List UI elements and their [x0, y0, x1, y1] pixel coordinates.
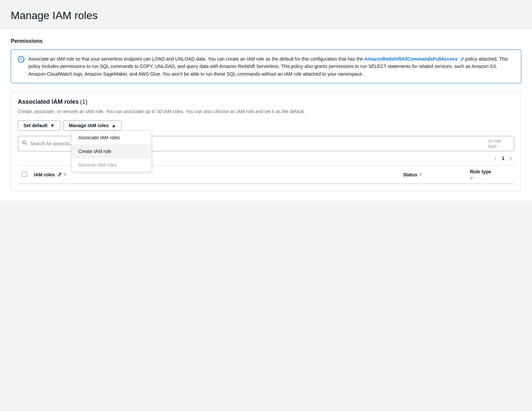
search-placeholder-right: or role type — [488, 138, 510, 149]
associated-description: Create, associate, or remove an IAM role… — [18, 108, 514, 115]
info-text-part1: Associate an IAM role so that your serve… — [28, 56, 364, 62]
iam-external-link-icon — [57, 172, 62, 177]
manage-iam-label: Manage IAM roles — [69, 123, 109, 128]
role-type-sort-icon[interactable]: ▽ — [470, 176, 473, 180]
status-sort-icon[interactable]: ▽ — [419, 173, 422, 176]
manage-iam-roles-button[interactable]: Manage IAM roles ▲ — [63, 120, 122, 131]
svg-line-2 — [25, 144, 27, 145]
svg-rect-0 — [460, 60, 462, 61]
page-number: 1 — [502, 156, 505, 161]
manage-dropdown-menu: Associate IAM roles Create IAM role Remo… — [71, 131, 152, 172]
external-link-icon — [460, 57, 464, 61]
toolbar: Set default ▼ Manage IAM roles ▲ Associa… — [18, 120, 514, 131]
search-icon — [22, 140, 27, 147]
page-title: Manage IAM roles — [11, 9, 521, 22]
dropdown-item-create[interactable]: Create IAM role — [72, 145, 151, 158]
associated-iam-section: Associated IAM roles (1) Create, associa… — [11, 91, 521, 191]
prev-page-button[interactable]: ‹ — [492, 154, 499, 163]
caret-down-icon: ▼ — [50, 123, 55, 128]
dropdown-item-associate[interactable]: Associate IAM roles — [72, 131, 151, 145]
permissions-section-title: Permissions — [11, 38, 521, 44]
associated-count: (1) — [80, 98, 87, 105]
header-checkbox-col — [22, 171, 34, 178]
info-link[interactable]: AmazonRedshiftAllCommandsFullAccess — [364, 56, 465, 62]
page-header: Manage IAM roles — [0, 0, 532, 29]
col-role-type-header: Role type ▽ — [470, 169, 510, 180]
associated-header: Associated IAM roles (1) — [18, 98, 514, 105]
info-text-content: Associate an IAM role so that your serve… — [28, 55, 514, 78]
info-icon: i — [18, 56, 24, 63]
next-page-button[interactable]: › — [507, 154, 514, 163]
col-status-header: Status ▽ — [403, 172, 470, 177]
svg-point-1 — [23, 141, 26, 144]
dropdown-item-remove: Remove IAM roles — [72, 158, 151, 172]
svg-rect-3 — [58, 176, 60, 176]
select-all-checkbox[interactable] — [22, 171, 27, 177]
set-default-label: Set default — [23, 123, 48, 128]
info-box: i Associate an IAM role so that your ser… — [11, 50, 521, 83]
caret-up-icon: ▲ — [111, 123, 116, 128]
col-iam-header: IAM roles ▽ — [34, 172, 403, 177]
page-content: Permissions i Associate an IAM role so t… — [0, 29, 532, 200]
iam-sort-icon[interactable]: ▽ — [64, 173, 66, 176]
set-default-button[interactable]: Set default ▼ — [18, 120, 60, 131]
associated-title: Associated IAM roles — [18, 98, 79, 105]
